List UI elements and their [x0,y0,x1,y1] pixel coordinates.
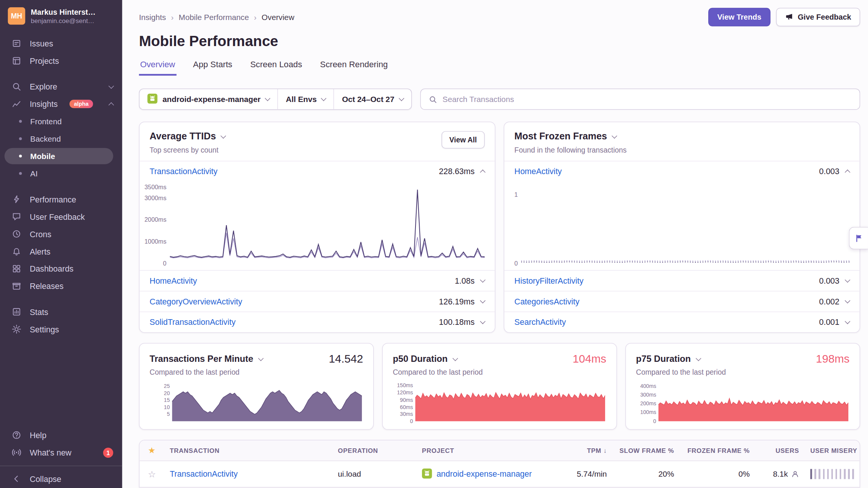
environment-selector[interactable]: All Envs [277,89,334,109]
transaction-link[interactable]: HomeActivity [150,276,197,285]
transaction-link[interactable]: CategoryOverviewActivity [150,297,242,306]
card-title[interactable]: p50 Duration [393,354,448,364]
sidebar-item-issues[interactable]: Issues [0,35,122,52]
sidebar-item-performance[interactable]: Performance [0,190,122,208]
projects-icon [12,56,21,65]
sidebar-item-user-feedback[interactable]: User Feedback [0,208,122,225]
give-feedback-button[interactable]: Give Feedback [776,8,860,26]
sidebar-item-releases[interactable]: Releases [0,277,122,295]
feedback-fab[interactable] [849,227,868,249]
project-selector-value: android-expense-manager [162,95,261,104]
help-icon [12,430,21,440]
chevron-down-icon[interactable] [696,355,701,361]
project-selector[interactable]: android-expense-manager [139,89,277,109]
ttid-row-category-overview-activity[interactable]: CategoryOverviewActivity 126.19ms [139,291,495,312]
ttid-row-transaction-activity[interactable]: TransactionActivity 228.63ms [139,161,495,182]
column-header-project[interactable]: PROJECT [416,447,556,454]
give-feedback-label: Give Feedback [798,13,851,21]
sidebar-item-label: Alerts [30,247,51,256]
ttid-row-solid-transaction-activity[interactable]: SolidTransactionActivity 100.18ms [139,312,495,332]
sidebar-collapse-button[interactable]: Collapse [0,466,122,488]
frozen-value: 0.003 [819,167,839,176]
sidebar-item-insights[interactable]: Insights alpha [0,95,122,113]
sidebar-item-crons[interactable]: Crons [0,225,122,242]
search-input[interactable] [443,95,852,104]
frozen-row-history-filter-activity[interactable]: HistoryFilterActivity 0.003 [504,270,860,291]
breadcrumb-mobile-performance[interactable]: Mobile Performance [179,12,249,22]
chevron-down-icon [108,83,114,89]
chevron-down-icon[interactable] [480,318,486,324]
tab-screen-loads[interactable]: Screen Loads [249,59,303,76]
chevron-up-icon[interactable] [845,170,850,175]
column-header-users[interactable]: USERS [755,447,805,454]
column-header-transaction[interactable]: TRANSACTION [164,447,332,454]
chevron-down-icon[interactable] [453,355,458,361]
column-header-user-misery[interactable]: USER MISERY [805,447,860,454]
frozen-row-home-activity[interactable]: HomeActivity 0.003 [504,161,860,182]
frozen-row-categories-activity[interactable]: CategoriesActivity 0.002 [504,291,860,312]
frozen-value: 0.001 [819,318,839,327]
view-all-label: View All [449,136,477,144]
chevron-down-icon[interactable] [845,277,850,283]
tab-overview[interactable]: Overview [139,59,176,76]
tab-screen-rendering[interactable]: Screen Rendering [319,59,389,76]
sidebar-item-dashboards[interactable]: Dashboards [0,260,122,277]
average-ttids-title[interactable]: Average TTIDs [150,131,442,142]
breadcrumb-insights[interactable]: Insights [139,12,166,22]
date-range-selector[interactable]: Oct 24–Oct 27 [334,89,411,109]
performance-icon [12,195,21,204]
transaction-link[interactable]: SearchActivity [514,318,566,327]
sidebar-item-settings[interactable]: Settings [0,321,122,338]
sidebar-item-alerts[interactable]: Alerts [0,242,122,260]
chevron-down-icon[interactable] [845,318,850,324]
sidebar-item-frontend[interactable]: Frontend [5,113,113,130]
view-trends-button[interactable]: View Trends [708,8,770,26]
sidebar-item-ai[interactable]: AI [5,165,113,182]
card-title[interactable]: p75 Duration [636,354,691,364]
transaction-link[interactable]: SolidTransactionActivity [150,318,236,327]
tab-app-starts[interactable]: App Starts [192,59,233,76]
transaction-link[interactable]: HomeActivity [514,167,562,176]
column-header-tpm[interactable]: TPM ↓ [556,447,612,454]
user-menu[interactable]: MH Markus Hinterst… benjamin.coe@sent… [0,0,122,30]
sidebar-nav: Issues Projects Explore Insights alpha F… [0,30,122,338]
transaction-link[interactable]: TransactionActivity [150,167,218,176]
star-filled-icon[interactable]: ★ [148,445,156,455]
frozen-frames-chart: 10 [504,182,860,270]
project-cell: android-expense-manager [416,468,556,480]
chevron-down-icon [321,96,327,101]
star-outline-icon[interactable]: ☆ [148,469,156,479]
view-all-button[interactable]: View All [442,131,485,148]
chevron-down-icon[interactable] [258,355,264,361]
sidebar-item-backend[interactable]: Backend [5,131,113,147]
transaction-link[interactable]: TransactionActivity [170,469,238,479]
p50-value: 104ms [573,352,606,365]
transaction-link[interactable]: HistoryFilterActivity [514,276,584,285]
column-header-slow-frame[interactable]: SLOW FRAME % [612,447,680,454]
frozen-row-search-activity[interactable]: SearchActivity 0.001 [504,312,860,332]
sidebar-item-mobile[interactable]: Mobile [5,148,113,164]
project-link[interactable]: android-expense-manager [437,469,532,479]
table-row[interactable]: ☆ TransactionActivity ui.load android-ex… [139,461,859,487]
user-misery-cell [805,469,860,479]
panel-subtitle: Found in the following transactions [514,146,849,154]
ttid-row-home-activity[interactable]: HomeActivity 1.08s [139,270,495,291]
column-header-operation[interactable]: OPERATION [332,447,417,454]
sidebar-item-help[interactable]: Help [0,426,122,444]
transaction-link[interactable]: CategoriesActivity [514,297,579,306]
chevron-down-icon[interactable] [480,298,486,304]
android-platform-icon [147,93,158,105]
flag-icon [854,234,863,243]
chevron-up-icon[interactable] [480,170,486,175]
breadcrumb-overview: Overview [262,12,295,22]
sidebar-item-projects[interactable]: Projects [0,52,122,69]
card-title[interactable]: Transactions Per Minute [150,354,253,364]
most-frozen-frames-title[interactable]: Most Frozen Frames [514,131,849,142]
user-misery-bar [810,469,855,479]
chevron-down-icon[interactable] [480,277,486,283]
sidebar-item-stats[interactable]: Stats [0,303,122,321]
sidebar-item-whats-new[interactable]: What's new 1 [0,444,122,461]
column-header-frozen-frame[interactable]: FROZEN FRAME % [680,447,755,454]
chevron-down-icon[interactable] [845,298,850,304]
sidebar-item-explore[interactable]: Explore [0,78,122,95]
